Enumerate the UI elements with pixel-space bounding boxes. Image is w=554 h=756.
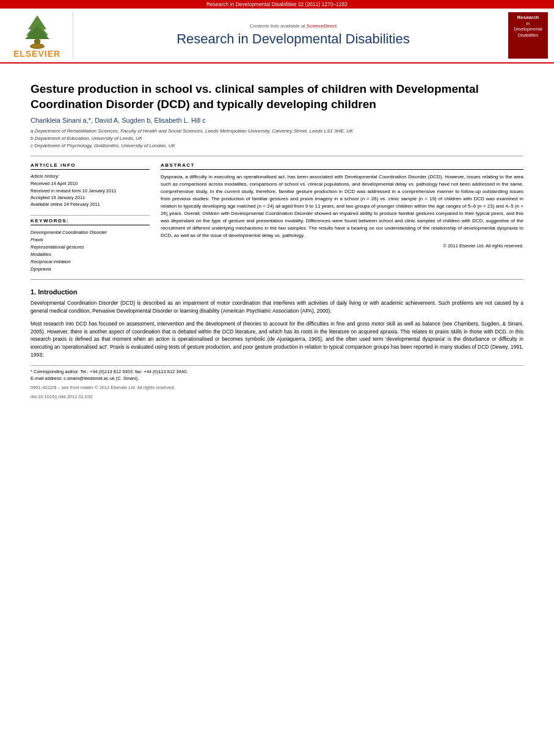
abstract-column: Abstract Dyspraxia, a difficulty in exec… [161, 162, 523, 273]
keyword-6: Dyspraxia [31, 266, 150, 273]
issn-line: 0891-4222/$ – see front matter © 2011 El… [31, 384, 523, 391]
elsevier-wordmark: ELSEVIER [13, 49, 60, 59]
divider [31, 156, 523, 156]
article-title: Gesture production in school vs. clinica… [31, 82, 523, 112]
abstract-header: Abstract [161, 162, 523, 170]
elsevier-logo: ELSEVIER [6, 12, 73, 59]
keyword-2: Praxis [31, 236, 150, 244]
journal-center-header: Contents lists available at ScienceDirec… [78, 12, 508, 59]
journal-title: Research in Developmental Disabilities [177, 31, 410, 47]
keywords-header: Keywords: [31, 218, 150, 225]
accepted-date: Accepted 16 January 2011 [31, 194, 150, 201]
doi-line: doi:10.1016/j.ridd.2011.01.030 [31, 393, 523, 400]
article-info-column: Article Info Article history: Received 1… [31, 162, 150, 273]
keywords-block: Keywords: Developmental Coordination Dis… [31, 215, 150, 273]
elsevier-tree-icon [13, 12, 62, 49]
copyright-line: © 2011 Elsevier Ltd. All rights reserved… [161, 243, 523, 249]
revised-date: Received in revised form 10 January 2011 [31, 187, 150, 194]
authors-line: Charikleia Sinani a,*, David A. Sugden b… [31, 117, 523, 124]
affiliation-c: c Department of Psychology, Goldsmiths, … [31, 142, 523, 150]
history-label: Article history: [31, 173, 150, 179]
journal-citation: Research in Developmental Disabilities 3… [206, 1, 348, 7]
main-content: Gesture production in school vs. clinica… [0, 64, 554, 407]
email-address: E-mail address: c.sinani@leedsmet.ac.uk … [31, 375, 523, 382]
journal-header-bar: Research in Developmental Disabilities 3… [0, 0, 554, 9]
divider-2 [31, 279, 523, 280]
article-info-abstract: Article Info Article history: Received 1… [31, 162, 523, 273]
article-history: Article history: Received 14 April 2010 … [31, 173, 150, 208]
contents-available: Contents lists available at ScienceDirec… [250, 23, 337, 29]
journal-logo-box: Research in Developmental Disabilities [508, 12, 548, 59]
affiliation-a: a Department of Rehabilitation Sciences,… [31, 128, 523, 135]
introduction-paragraph-2: Most research into DCD has focused on as… [31, 320, 523, 359]
introduction-paragraph-1: Developmental Coordination Disorder (DCD… [31, 299, 523, 315]
corresponding-author: * Corresponding author. Tel.: +44 (0)113… [31, 368, 523, 375]
affiliation-b: b Department of Education, University of… [31, 135, 523, 142]
journal-header: ELSEVIER Contents lists available at Sci… [0, 9, 554, 64]
keyword-4: Modalities [31, 251, 150, 258]
keyword-5: Reciprocal imitation [31, 258, 150, 266]
introduction-heading: 1. Introduction [31, 288, 523, 296]
affiliations: a Department of Rehabilitation Sciences,… [31, 128, 523, 150]
article-info-header: Article Info [31, 162, 150, 170]
received-date: Received 14 April 2010 [31, 180, 150, 187]
abstract-text: Dyspraxia, a difficulty in executing an … [161, 173, 523, 239]
sciencedirect-link[interactable]: ScienceDirect [307, 23, 337, 29]
available-date: Available online 24 February 2011 [31, 201, 150, 208]
svg-rect-6 [31, 44, 43, 48]
keyword-1: Developmental Coordination Disorder [31, 229, 150, 236]
footnotes: * Corresponding author. Tel.: +44 (0)113… [31, 365, 523, 401]
keyword-3: Representational gestures [31, 244, 150, 251]
